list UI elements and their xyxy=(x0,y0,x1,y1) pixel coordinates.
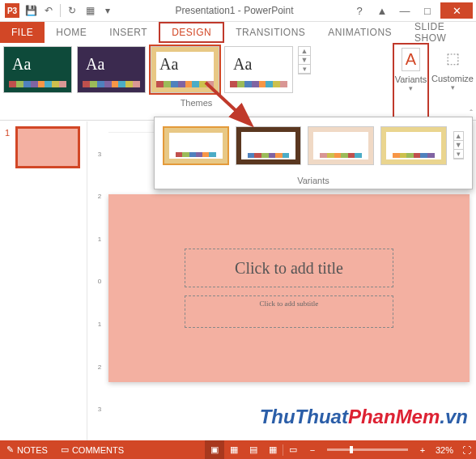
watermark-part-3: .vn xyxy=(440,406,468,427)
variants-more-button[interactable]: ▾ xyxy=(454,150,463,159)
slide-thumbnail-1[interactable] xyxy=(17,128,79,167)
canvas-wrapper: Click to add title Click to add subtitle xyxy=(108,194,470,431)
variants-icon: A xyxy=(402,48,420,71)
slide-canvas[interactable]: Click to add title Click to add subtitle xyxy=(108,194,470,382)
redo-button[interactable]: ↻ xyxy=(66,4,79,17)
tab-animations[interactable]: ANIMATIONS xyxy=(317,22,403,43)
normal-view-button[interactable]: ▣ xyxy=(205,440,224,459)
theme-thumb-4[interactable]: Aa xyxy=(224,46,293,93)
themes-group-label: Themes xyxy=(3,93,389,108)
tab-home[interactable]: HOME xyxy=(45,22,98,43)
notes-icon: ✎ xyxy=(6,444,14,455)
themes-more-button[interactable]: ▾ xyxy=(299,65,310,74)
variants-button[interactable]: A Variants ▾ xyxy=(393,43,429,120)
themes-gallery: Aa Aa Aa Aa ▲ ▼ ▾ xyxy=(3,46,389,93)
variant-thumb-4[interactable] xyxy=(380,126,447,165)
help-button[interactable]: ? xyxy=(350,2,369,19)
ribbon: Aa Aa Aa Aa ▲ ▼ ▾ Themes A Var xyxy=(0,43,476,121)
status-bar: ✎ NOTES ▭ COMMENTS ▣ ▦ ▤ ▦ ▭ − + 32% ⛶ xyxy=(0,440,476,459)
title-placeholder[interactable]: Click to add title xyxy=(185,249,394,287)
undo-button[interactable]: ↶ xyxy=(42,4,55,17)
window-controls: ? ▲ — □ ✕ xyxy=(350,2,476,19)
zoom-slider[interactable] xyxy=(327,448,408,451)
ribbon-tabs: FILE HOME INSERT DESIGN TRANSITIONS ANIM… xyxy=(0,22,476,43)
close-button[interactable]: ✕ xyxy=(440,2,473,19)
start-from-beginning-button[interactable]: ▦ xyxy=(83,4,96,17)
variant-thumb-3[interactable] xyxy=(308,126,374,165)
slides-thumbnail-pane: 1 xyxy=(0,121,87,440)
subtitle-placeholder[interactable]: Click to add subtitle xyxy=(185,295,394,328)
tab-transitions[interactable]: TRANSITIONS xyxy=(224,22,317,43)
tab-slideshow[interactable]: SLIDE SHOW xyxy=(403,22,476,43)
tab-design[interactable]: DESIGN xyxy=(159,22,224,43)
comments-button[interactable]: ▭ COMMENTS xyxy=(54,440,130,459)
reading-view-button[interactable]: ▤ xyxy=(244,440,263,459)
themes-scroll-up[interactable]: ▲ xyxy=(299,47,310,56)
watermark-part-2: PhanMem xyxy=(348,406,440,427)
variants-label: Variants xyxy=(395,74,427,84)
theme-thumb-3-selected[interactable]: Aa xyxy=(151,46,219,93)
ribbon-options-button[interactable]: ▲ xyxy=(372,2,392,19)
variants-scroll: ▲ ▼ ▾ xyxy=(453,131,464,159)
theme-thumb-1[interactable]: Aa xyxy=(3,46,72,93)
variant-thumb-1-selected[interactable] xyxy=(163,126,229,165)
qat-customize-button[interactable]: ▾ xyxy=(101,4,114,17)
customize-label: Customize xyxy=(431,74,474,83)
window-title: Presentation1 - PowerPoint xyxy=(119,5,350,16)
slide-number: 1 xyxy=(5,128,10,138)
watermark: ThuThuatPhanMem.vn xyxy=(260,406,468,428)
zoom-in-button[interactable]: + xyxy=(413,440,432,459)
fit-to-window-button[interactable]: ⛶ xyxy=(457,440,476,459)
themes-scroll: ▲ ▼ ▾ xyxy=(298,46,311,74)
slide-sorter-view-button[interactable]: ▦ xyxy=(224,440,244,459)
variants-dropdown-panel: ▲ ▼ ▾ Variants xyxy=(154,117,473,189)
notes-label: NOTES xyxy=(17,445,48,455)
zoom-percent[interactable]: 32% xyxy=(432,440,457,459)
theme-preview-text: Aa xyxy=(233,55,252,74)
themes-group: Aa Aa Aa Aa ▲ ▼ ▾ Themes xyxy=(0,43,393,120)
comments-icon: ▭ xyxy=(61,444,69,455)
zoom-out-button[interactable]: − xyxy=(303,440,322,459)
quick-access-toolbar: P3 💾 ↶ ↻ ▦ ▾ xyxy=(0,3,119,18)
slideshow-view-button[interactable]: ▦ xyxy=(263,440,283,459)
comments-label: COMMENTS xyxy=(72,445,124,455)
presenter-view-button[interactable]: ▭ xyxy=(283,440,303,459)
variant-thumb-2[interactable] xyxy=(236,126,302,165)
theme-thumb-2[interactable]: Aa xyxy=(77,46,146,93)
maximize-button[interactable]: □ xyxy=(418,2,437,19)
theme-preview-text: Aa xyxy=(12,55,31,74)
vertical-ruler: 3 2 1 0 1 2 3 xyxy=(94,133,105,431)
separator xyxy=(60,4,61,17)
tab-insert[interactable]: INSERT xyxy=(98,22,159,43)
themes-scroll-down[interactable]: ▼ xyxy=(299,56,310,65)
save-button[interactable]: 💾 xyxy=(24,4,37,17)
variants-gallery: ▲ ▼ ▾ xyxy=(155,117,472,173)
notes-button[interactable]: ✎ NOTES xyxy=(0,440,54,459)
chevron-down-icon: ▾ xyxy=(451,83,455,91)
customize-button[interactable]: ⬚ Customize ▾ xyxy=(429,43,476,120)
variants-scroll-down[interactable]: ▼ xyxy=(454,141,463,150)
watermark-part-1: ThuThuat xyxy=(260,406,348,427)
variants-panel-label: Variants xyxy=(155,173,472,189)
powerpoint-logo-icon: P3 xyxy=(5,3,19,18)
tab-file[interactable]: FILE xyxy=(0,22,45,43)
theme-preview-text: Aa xyxy=(86,55,104,74)
variants-scroll-up[interactable]: ▲ xyxy=(454,132,463,141)
title-bar: P3 💾 ↶ ↻ ▦ ▾ Presentation1 - PowerPoint … xyxy=(0,0,476,22)
customize-icon: ⬚ xyxy=(443,46,463,70)
minimize-button[interactable]: — xyxy=(395,2,414,19)
theme-preview-text: Aa xyxy=(159,55,178,74)
chevron-down-icon: ▾ xyxy=(409,84,413,92)
